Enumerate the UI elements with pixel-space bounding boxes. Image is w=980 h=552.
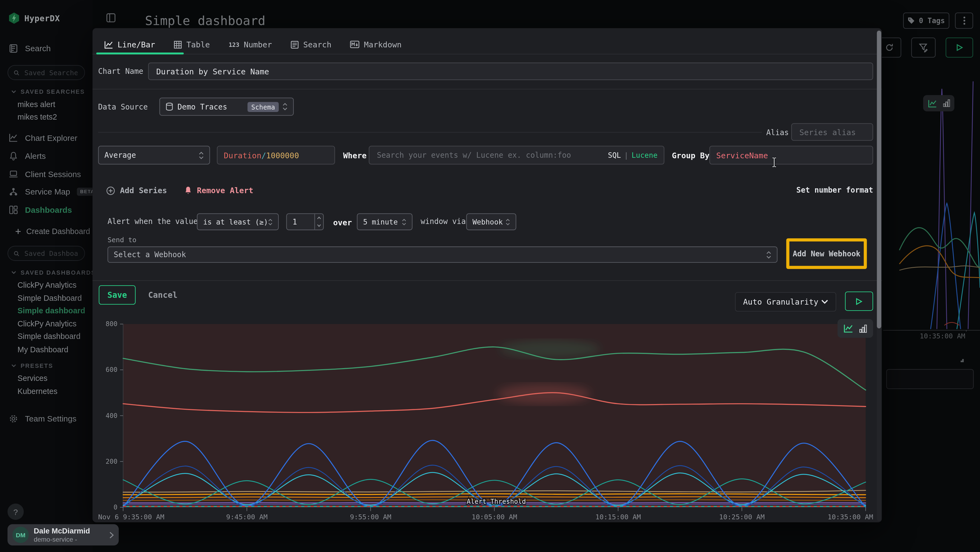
dashboards-icon [9,205,18,214]
create-dashboard-button[interactable]: Create Dashboard [15,227,90,236]
sql-option[interactable]: SQL [608,151,621,160]
markdown-icon [350,41,360,48]
modal-scrollbar[interactable] [877,29,881,521]
saved-dashboard-item[interactable]: ClickPy Analytics [18,281,76,290]
sidebar-item-client-sessions[interactable]: Client Sessions [9,169,81,179]
data-source-label: Data Source [98,103,148,112]
chart-name-field[interactable] [148,63,873,80]
sidebar-item-chart-explorer[interactable]: Chart Explorer [9,133,77,142]
tab-search[interactable]: Search [291,40,332,49]
expression-value: Duration/1000000 [224,150,299,160]
background-chart-type-toggle[interactable] [923,95,955,112]
tab-markdown[interactable]: Markdown [350,40,401,49]
tag-icon [908,17,915,24]
alert-threshold-input[interactable] [287,217,314,227]
chevron-up-down-icon [268,218,272,226]
sidebar-toggle-icon[interactable] [106,13,115,22]
chart-type-toggle[interactable] [838,319,873,338]
saved-searches-header[interactable]: SAVED SEARCHES [11,88,85,95]
tab-table[interactable]: Table [174,40,210,49]
saved-search-item[interactable]: mikes alert [18,100,55,109]
query-language-toggle[interactable]: SQL | Lucene [608,151,657,160]
chevron-down-icon[interactable] [317,224,321,227]
tab-line-bar[interactable]: Line/Bar [104,40,155,49]
saved-dashboard-item[interactable]: My Dashboard [18,345,68,354]
page-title[interactable]: Simple dashboard [145,13,266,28]
preset-item[interactable]: Services [18,374,48,383]
send-to-label: Send to [108,236,136,244]
chevron-up-icon[interactable] [317,216,321,219]
play-icon [956,44,963,51]
add-webhook-button[interactable]: Add New Webhook [793,249,861,258]
sidebar-item-search[interactable]: Search [9,44,51,53]
logs-icon [9,44,18,53]
chevron-down-icon [821,300,828,304]
alias-input[interactable] [798,127,866,137]
alert-channel-select[interactable]: Webhook [466,213,516,230]
play-icon [856,298,862,305]
presets-header[interactable]: PRESETS [11,362,53,369]
data-source-value: Demo Traces [178,102,227,111]
chart-name-input[interactable] [155,66,866,77]
aggregation-value: Average [104,151,136,160]
preview-run-button[interactable] [845,292,873,311]
set-number-format-button[interactable]: Set number format [796,186,873,195]
modal-scrollbar-thumb[interactable] [877,30,881,328]
line-chart-icon [844,324,853,333]
saved-dashboard-item[interactable]: Simple dashboard [18,332,80,341]
group-by-value: ServiceName [716,150,768,160]
webhook-select[interactable]: Select a Webhook [108,247,778,263]
saved-searches-search[interactable] [8,65,85,80]
saved-dashboard-item[interactable]: ClickPy Analytics [18,320,76,328]
granularity-select[interactable]: Auto Granularity [735,292,836,311]
alert-threshold-stepper[interactable] [286,213,324,230]
saved-dashboard-item-active[interactable]: Simple dashboard [18,306,85,315]
lucene-option[interactable]: Lucene [632,151,657,160]
filter-edit-icon [919,43,928,52]
group-by-field[interactable]: ServiceName [710,146,873,164]
aggregation-select[interactable]: Average [98,146,210,164]
more-menu-button[interactable] [955,13,973,29]
sidebar-item-dashboards[interactable]: Dashboards [9,205,72,214]
stepper-buttons[interactable] [314,214,323,230]
remove-alert-button[interactable]: Remove Alert [184,186,253,195]
svg-text:9:45:00 AM: 9:45:00 AM [226,513,267,521]
saved-dashboards-input[interactable] [23,249,79,258]
event-search-field[interactable]: SQL | Lucene [369,146,665,164]
chevron-up-down-icon [766,250,771,259]
saved-dashboards-header[interactable]: SAVED DASHBOARDS [11,269,96,276]
preset-item[interactable]: Kubernetes [18,387,57,396]
saved-search-item[interactable]: mikes tets2 [18,113,57,121]
help-button[interactable]: ? [8,504,24,520]
window-via-label: window via [421,217,466,226]
sidebar-item-alerts[interactable]: Alerts [9,152,46,161]
expression-field[interactable]: Duration/1000000 [217,146,335,164]
chevron-up-down-icon [402,218,406,226]
brand[interactable]: HyperDX [9,13,60,24]
resize-handle-icon[interactable] [958,357,964,363]
svg-text:Nov 6 9:35:00 AM: Nov 6 9:35:00 AM [98,513,164,521]
saved-dashboard-item[interactable]: Simple Dashboard [18,294,82,303]
chevron-up-down-icon [506,218,510,226]
alias-field[interactable] [791,123,873,140]
text-cursor-icon [771,157,777,168]
event-search-input[interactable] [375,150,603,160]
gear-icon [9,414,18,423]
alert-window-select[interactable]: 5 minute [357,213,412,230]
alert-condition-select[interactable]: is at least (≥) [197,213,279,230]
cancel-button[interactable]: Cancel [148,290,178,300]
run-query-button[interactable] [946,38,973,57]
add-series-button[interactable]: Add Series [106,186,167,195]
tags-button[interactable]: 0 Tags [903,13,950,29]
sidebar-item-team-settings[interactable]: Team Settings [9,414,76,423]
save-button[interactable]: Save [99,285,135,305]
sidebar-item-service-map[interactable]: Service Map BETA [9,187,98,196]
svg-text:10:15:00 AM: 10:15:00 AM [595,513,641,521]
user-card[interactable]: DM Dale McDiarmid demo-service - [8,524,119,546]
data-source-select[interactable]: Demo Traces Schema [159,97,294,116]
saved-searches-input[interactable] [23,68,79,77]
filter-button[interactable] [911,38,935,57]
tab-number[interactable]: 123 Number [229,40,272,49]
saved-dashboards-search[interactable] [8,246,85,261]
section-divider [92,89,882,89]
